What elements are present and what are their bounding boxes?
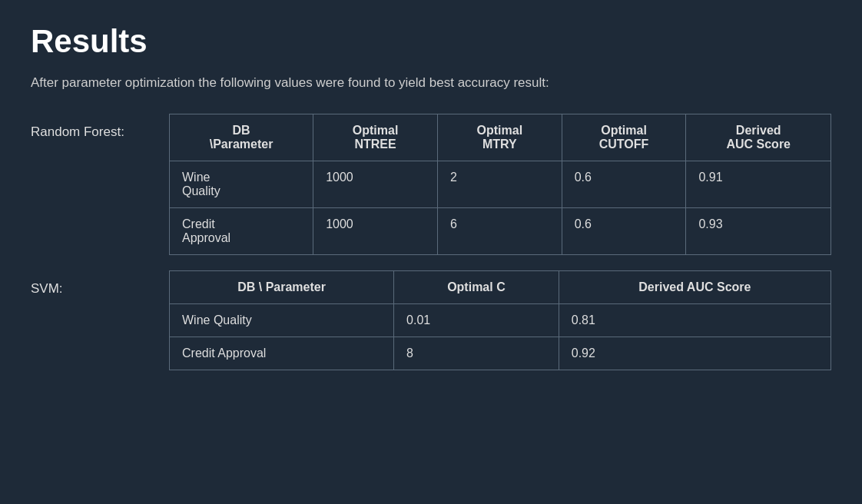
- rf-wine-db: WineQuality: [170, 161, 313, 208]
- svm-credit-auc: 0.92: [559, 337, 831, 370]
- rf-row-credit: CreditApproval 1000 6 0.6 0.93: [170, 208, 831, 255]
- svm-label: SVM:: [31, 270, 169, 297]
- svm-col-c: Optimal C: [394, 271, 559, 304]
- svm-wine-db: Wine Quality: [170, 304, 394, 337]
- rf-credit-auc: 0.93: [686, 208, 831, 255]
- rf-wine-cutoff: 0.6: [562, 161, 686, 208]
- rf-col-db: DB\Parameter: [170, 114, 313, 161]
- rf-header-row: DB\Parameter OptimalNTREE OptimalMTRY Op…: [170, 114, 831, 161]
- svm-col-db: DB \ Parameter: [170, 271, 394, 304]
- svm-row-credit: Credit Approval 8 0.92: [170, 337, 831, 370]
- svm-section: SVM: DB \ Parameter Optimal C Derived AU…: [31, 270, 831, 370]
- rf-credit-db: CreditApproval: [170, 208, 313, 255]
- rf-col-cutoff: OptimalCUTOFF: [562, 114, 686, 161]
- page-title: Results: [31, 23, 831, 60]
- rf-credit-ntree: 1000: [313, 208, 438, 255]
- rf-wine-mtry: 2: [437, 161, 562, 208]
- rf-wine-ntree: 1000: [313, 161, 438, 208]
- rf-col-ntree: OptimalNTREE: [313, 114, 438, 161]
- svm-credit-c: 8: [394, 337, 559, 370]
- rf-credit-cutoff: 0.6: [562, 208, 686, 255]
- rf-col-auc: DerivedAUC Score: [686, 114, 831, 161]
- svm-header-row: DB \ Parameter Optimal C Derived AUC Sco…: [170, 271, 831, 304]
- random-forest-section: Random Forest: DB\Parameter OptimalNTREE…: [31, 114, 831, 255]
- svm-credit-db: Credit Approval: [170, 337, 394, 370]
- random-forest-label: Random Forest:: [31, 114, 169, 140]
- rf-credit-mtry: 6: [437, 208, 562, 255]
- svm-col-auc: Derived AUC Score: [559, 271, 831, 304]
- svm-wine-auc: 0.81: [559, 304, 831, 337]
- svm-row-wine: Wine Quality 0.01 0.81: [170, 304, 831, 337]
- svm-wine-c: 0.01: [394, 304, 559, 337]
- random-forest-table: DB\Parameter OptimalNTREE OptimalMTRY Op…: [169, 114, 831, 255]
- svm-table: DB \ Parameter Optimal C Derived AUC Sco…: [169, 270, 831, 370]
- rf-col-mtry: OptimalMTRY: [437, 114, 562, 161]
- rf-row-wine: WineQuality 1000 2 0.6 0.91: [170, 161, 831, 208]
- subtitle-text: After parameter optimization the followi…: [31, 75, 831, 91]
- rf-wine-auc: 0.91: [686, 161, 831, 208]
